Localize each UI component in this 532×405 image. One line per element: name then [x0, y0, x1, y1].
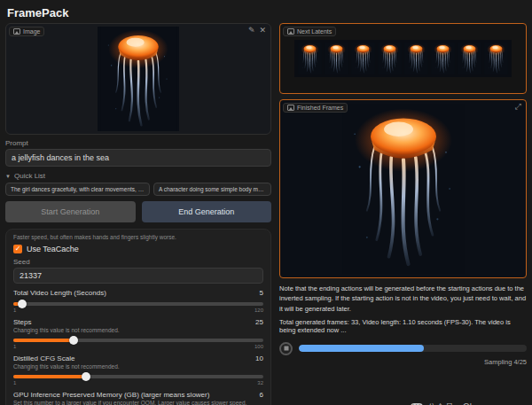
settings-group: Faster speed, but often makes hands and … [5, 229, 271, 405]
teacache-checkbox[interactable]: ✓ [13, 245, 22, 253]
generation-status: Total generated frames: 33, Video length… [279, 318, 527, 334]
next-latents-panel[interactable]: Next Latents [279, 23, 527, 94]
app-header: FramePack [0, 0, 532, 23]
seed-label: Seed [13, 258, 263, 266]
sampling-progress-label: Sampling 4/25 [279, 358, 527, 366]
left-column: Image ✎ ✕ Prompt a jellyfish dances in t… [5, 23, 271, 405]
start-generation-button[interactable]: Start Generation [5, 201, 136, 222]
next-latents-label: Next Latents [283, 27, 336, 36]
slider-max: 100 [254, 344, 263, 349]
stop-icon[interactable] [279, 342, 293, 355]
image-icon [13, 28, 20, 35]
slider-value[interactable]: 5 [260, 289, 263, 297]
latent-frame [351, 43, 375, 74]
slider-value[interactable]: 6 [260, 391, 263, 399]
slider-min: 1 [13, 308, 16, 313]
latent-frame [484, 43, 508, 74]
slider-fill [13, 339, 74, 342]
latent-frame [325, 43, 348, 74]
slider-track[interactable] [13, 302, 263, 306]
slider-label: Distilled CFG Scale [13, 354, 74, 362]
close-icon[interactable]: ✕ [259, 27, 266, 35]
edit-icon[interactable]: ✎ [248, 27, 255, 35]
teacache-row: ✓ Use TeaCache [13, 245, 263, 253]
progress-bar [299, 345, 527, 352]
progress-fill [299, 345, 424, 352]
image-icon [287, 28, 294, 35]
input-image-panel[interactable]: Image ✎ ✕ [5, 23, 271, 135]
teacache-label: Use TeaCache [27, 245, 79, 253]
main-layout: Image ✎ ✕ Prompt a jellyfish dances in t… [0, 23, 532, 405]
slider-distilled-cfg-scale: Distilled CFG Scale 10 Changing this val… [13, 354, 263, 386]
latent-frames-strip [294, 40, 512, 77]
prompt-input[interactable]: a jellyfish dances in the sea [5, 149, 271, 167]
finished-frames-panel[interactable]: Finished Frames ⤢ [279, 99, 527, 278]
slider-gpu-preserved-memory: GPU Inference Preserved Memory (GB) (lar… [13, 391, 263, 405]
slider-min: 1 [13, 380, 16, 386]
quick-list-header[interactable]: ▼ Quick List [5, 172, 271, 180]
finished-frames-video [340, 104, 466, 274]
input-image-jellyfish [98, 27, 179, 131]
slider-track[interactable] [13, 375, 263, 378]
quick-list-item[interactable]: The girl dances gracefully, with clear m… [5, 183, 150, 196]
slider-note: Set this number to a larger value if you… [13, 400, 263, 405]
fullscreen-icon[interactable]: ⤢ [515, 103, 521, 111]
seed-input[interactable]: 21337 [13, 268, 263, 284]
slider-value[interactable]: 10 [255, 354, 263, 362]
slider-note: Changing this value is not recommended. [13, 363, 263, 370]
slider-note: Changing this value is not recommended. [13, 327, 263, 333]
wechat-watermark: 公众号：Glen [411, 401, 481, 405]
slider-fill [13, 375, 86, 378]
slider-fill [13, 302, 22, 306]
latent-frame [458, 43, 481, 74]
chevron-down-icon: ▼ [5, 174, 11, 179]
slider-track[interactable] [13, 339, 263, 342]
slider-value[interactable]: 25 [255, 318, 263, 326]
sampling-note: Note that the ending actions will be gen… [279, 284, 527, 314]
latent-frame [298, 43, 322, 74]
slider-min: 1 [13, 344, 16, 349]
finished-frames-label: Finished Frames [283, 103, 348, 113]
latent-frame [378, 43, 402, 74]
slider-thumb[interactable] [18, 300, 27, 308]
prompt-label: Prompt [5, 139, 271, 147]
slider-steps: Steps 25 Changing this value is not reco… [13, 318, 263, 349]
slider-label: GPU Inference Preserved Memory (GB) (lar… [13, 391, 209, 399]
slider-max: 120 [254, 308, 263, 313]
latent-frame [431, 43, 455, 74]
slider-total-video-length: Total Video Length (Seconds) 5 1 120 [13, 289, 263, 313]
slider-label: Total Video Length (Seconds) [13, 289, 106, 297]
input-image-label: Image [9, 27, 44, 36]
quick-list-label: Quick List [14, 172, 45, 180]
slider-thumb[interactable] [82, 372, 90, 381]
progress-row [279, 342, 527, 355]
quick-list-item[interactable]: A character doing some simple body movem… [153, 183, 271, 196]
right-column: Next Latents Finished Frames ⤢ [279, 23, 527, 405]
latent-frame [404, 43, 428, 74]
slider-label: Steps [13, 318, 31, 326]
slider-max: 32 [257, 380, 263, 386]
end-generation-button[interactable]: End Generation [142, 201, 272, 222]
teacache-note: Faster speed, but often makes hands and … [13, 234, 263, 241]
app-title: FramePack [7, 6, 68, 19]
slider-thumb[interactable] [69, 336, 78, 345]
video-icon [287, 105, 294, 111]
